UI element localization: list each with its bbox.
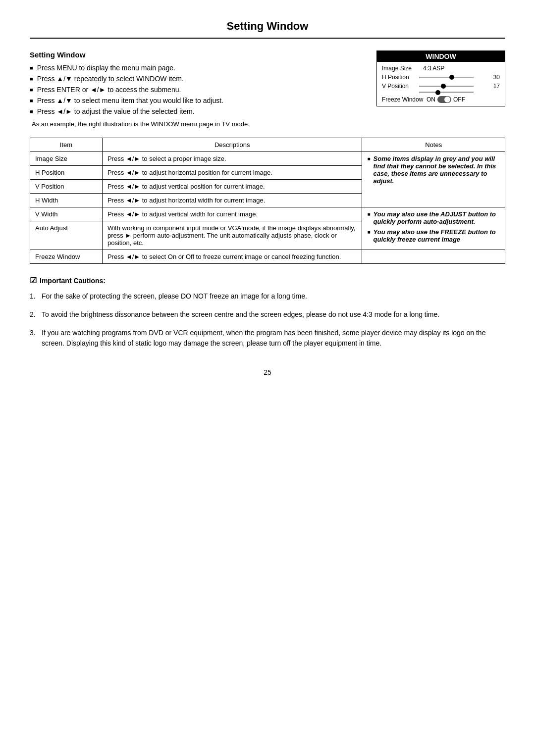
bullet-list: Press MENU to display the menu main page… [30,64,307,115]
toggle-wrap: ON OFF [427,96,465,103]
window-label-imagesize: Image Size [382,65,419,72]
table-row: V Width Press ◄/► to adjust vertical wid… [30,207,505,221]
toggle-on-label: ON [427,96,435,103]
table-cell-item: V Width [30,207,103,221]
caution-text-2: To avoid the brightness dissonance betwe… [42,309,505,320]
table-cell-desc: Press ◄/► to adjust horizontal width for… [102,194,362,207]
table-header-row: Item Descriptions Notes [30,138,505,152]
window-diagram: WINDOW Image Size 4:3 ASP H Position 30 … [376,50,505,106]
list-item: Press ◄/► to adjust the value of the sel… [30,107,307,115]
table-row: Image Size Press ◄/► to select a proper … [30,152,505,166]
table-cell-desc: Press ◄/► to adjust horizontal position … [102,166,362,180]
slider-track-extra [419,92,474,93]
page-number: 25 [30,368,505,376]
toggle-off-label: OFF [453,96,465,103]
table-cell-notes-3 [362,250,505,264]
table-cell-item: H Position [30,166,103,180]
left-instructions: Setting Window Press MENU to display the… [30,50,307,128]
window-value-imagesize: 4:3 ASP [423,65,444,72]
section-heading: Setting Window [30,50,307,59]
window-diagram-row-hpos: H Position 30 [382,74,500,81]
main-table: Item Descriptions Notes Image Size Press… [30,138,505,264]
table-cell-item: Auto Adjust [30,221,103,250]
table-cell-item: H Width [30,194,103,207]
caution-item-3: 3. If you are watching programs from DVD… [30,328,505,349]
window-value-vpos: 17 [485,83,500,90]
caution-item-2: 2. To avoid the brightness dissonance be… [30,309,505,320]
notes-bullet-1: Some items display in grey and you will … [367,155,500,185]
table-cell-desc: Press ◄/► to adjust vertical width for c… [102,207,362,221]
slider-thumb-hpos [449,75,454,80]
cautions-heading: Important Cautions: [30,276,505,285]
window-diagram-body: Image Size 4:3 ASP H Position 30 V Posit… [377,62,505,106]
table-cell-desc: Press ◄/► to adjust vertical position fo… [102,180,362,194]
table-cell-notes-1: Some items display in grey and you will … [362,152,505,207]
window-bar-extra [419,92,481,93]
window-bar-hpos [419,77,481,78]
col-header-desc: Descriptions [102,138,362,152]
window-label-vpos: V Position [382,83,419,90]
table-cell-item: V Position [30,180,103,194]
list-item: Press MENU to display the menu main page… [30,64,307,72]
page-title: Setting Window [30,20,505,39]
window-label-hpos: H Position [382,74,419,81]
table-cell-desc: Press ◄/► to select On or Off to freeze … [102,250,362,264]
freeze-label: Freeze Window [382,96,427,103]
col-header-notes: Notes [362,138,505,152]
table-cell-notes-2: You may also use the ADJUST button to qu… [362,207,505,250]
toggle-button [437,96,451,103]
cautions-section: Important Cautions: 1. For the sake of p… [30,276,505,349]
window-value-hpos: 30 [485,74,500,81]
caution-text-1: For the sake of protecting the screen, p… [42,291,505,302]
list-item: Press ▲/▼ repeatedly to select WINDOW it… [30,75,307,83]
slider-track-vpos [419,86,474,87]
slider-track-hpos [419,77,474,78]
window-diagram-row-vpos: V Position 17 [382,83,500,90]
window-bar-vpos [419,86,481,87]
notes-bullet-3: You may also use the FREEZE button to qu… [367,228,500,243]
table-cell-desc: With working in component input mode or … [102,221,362,250]
table-cell-desc: Press ◄/► to select a proper image size. [102,152,362,166]
list-item: Press ▲/▼ to select menu item that you w… [30,97,307,104]
notes-bullet-2: You may also use the ADJUST button to qu… [367,210,500,225]
top-section: Setting Window Press MENU to display the… [30,50,505,128]
col-header-item: Item [30,138,103,152]
window-diagram-row-extra [382,92,500,93]
as-example-text: As an example, the right illustration is… [30,120,307,128]
slider-thumb-extra [435,90,440,95]
slider-thumb-vpos [441,84,446,89]
table-row: Freeze Window Press ◄/► to select On or … [30,250,505,264]
window-diagram-title: WINDOW [377,51,505,62]
table-cell-item: Image Size [30,152,103,166]
window-diagram-row-imagesize: Image Size 4:3 ASP [382,65,500,72]
caution-item-1: 1. For the sake of protecting the screen… [30,291,505,302]
window-freeze-row: Freeze Window ON OFF [382,96,500,103]
caution-text-3: If you are watching programs from DVD or… [42,328,505,349]
table-cell-item: Freeze Window [30,250,103,264]
list-item: Press ENTER or ◄/► to access the submenu… [30,86,307,94]
